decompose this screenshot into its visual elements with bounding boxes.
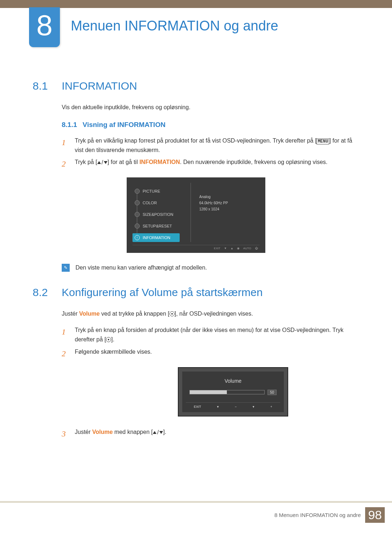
step-text: Justér Volume med knappen [/]. [75,427,166,437]
volume-value: 50 [268,390,277,395]
up-down-arrow-icon: / [97,158,107,167]
osd-item-size-position: SIZE&POSITION [132,210,180,219]
osd-item-information: iINFORMATION [132,233,180,242]
step-number: 1 [62,325,69,338]
subsection-8-1-1-heading: 8.1.1 Visning af INFORMATION [62,121,359,129]
step-2: 2 Følgende skærmbillede vises. [62,347,359,360]
step-1: 1 Tryk på en vilkårlig knap forrest på p… [62,136,359,155]
circle-dot-icon [170,311,175,316]
note: ✎ Den viste menu kan variere afhængigt a… [62,264,359,272]
volume-footer: EXIT▾−▾+ [186,402,280,409]
section-title: Konfigurering af Volume på startskærmen [62,286,263,299]
osd-item-setup-reset: SETUP&RESET [132,222,180,230]
section-number: 8.2 [33,286,51,299]
step-2: 2 Tryk på [/] for at gå til INFORMATION.… [62,157,359,170]
up-down-arrow-icon: / [153,428,163,437]
page-content: 8.1 INFORMATION Vis den aktuelle inputki… [0,47,392,457]
step-3: 3 Justér Volume med knappen [/]. [62,427,359,440]
page-footer: 8 Menuen INFORMATION og andre 98 [0,501,392,537]
osd-item-color: COLOR [132,198,180,207]
top-accent-bar [0,0,392,8]
osd-footer-buttons: EXIT▼▲◉AUTO⏻ [132,245,260,250]
section-8-1-intro: Vis den aktuelle inputkilde, frekvens og… [62,103,359,112]
chapter-number-badge: 8 [29,7,60,47]
step-number: 2 [62,157,69,170]
menu-key-icon: MENU [317,139,329,144]
page-number: 98 [365,507,385,523]
step-number: 3 [62,427,69,440]
section-8-2-heading: 8.2 Konfigurering af Volume på startskær… [33,286,359,299]
step-number: 2 [62,347,69,360]
section-8-1-heading: 8.1 INFORMATION [33,80,359,92]
section-number: 8.1 [33,80,51,92]
osd-info-panel: Analog 64.0kHz 60Hz PP 1280 x 1024 [199,194,228,212]
section-8-2-intro: Justér Volume ved at trykke på knappen [… [62,309,359,318]
step-text: Følgende skærmbillede vises. [75,347,152,357]
subsection-title: Visning af INFORMATION [83,121,166,128]
subsection-number: 8.1.1 [62,121,77,128]
volume-title: Volume [182,378,284,384]
section-title: INFORMATION [62,80,137,92]
step-text: Tryk på en knap på forsiden af produktet… [75,325,359,344]
footer-chapter-label: 8 Menuen INFORMATION og andre [274,512,361,518]
osd-item-picture: PICTURE [132,187,180,196]
circle-dot-icon [106,337,111,342]
step-text: Tryk på [/] for at gå til INFORMATION. D… [75,157,327,167]
note-icon: ✎ [62,264,70,272]
chapter-title: Menuen INFORMATION og andre [71,18,278,34]
chapter-header: 8 Menuen INFORMATION og andre [0,7,392,47]
note-text: Den viste menu kan variere afhængigt af … [75,264,207,271]
volume-bar [189,390,265,394]
osd-information-screenshot: PICTURE COLOR SIZE&POSITION SETUP&RESET … [127,177,265,253]
osd-volume-screenshot: Volume 50 EXIT▾−▾+ [178,367,288,416]
step-text: Tryk på en vilkårlig knap forrest på pro… [75,136,359,155]
step-number: 1 [62,136,69,149]
step-1: 1 Tryk på en knap på forsiden af produkt… [62,325,359,344]
